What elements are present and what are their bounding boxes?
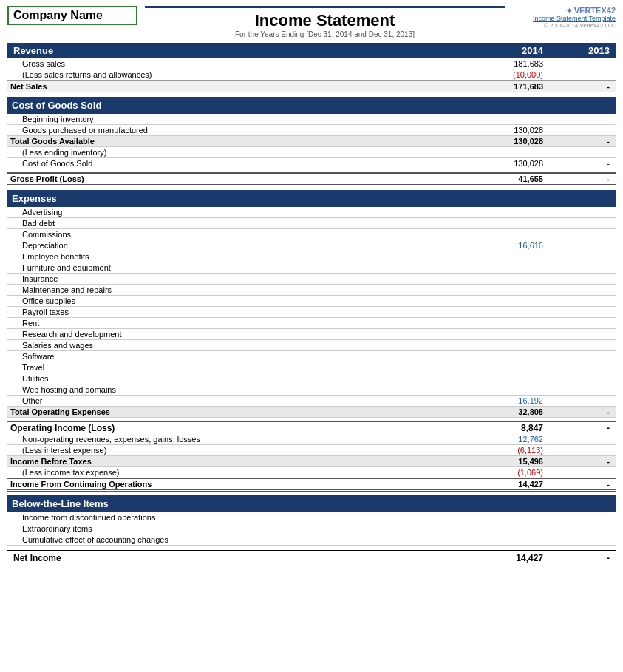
total-op-exp-2014: 32,808 bbox=[483, 406, 549, 417]
research-label: Research and development bbox=[7, 328, 483, 339]
table-row: Cost of Goods Sold 130,028 - bbox=[7, 157, 616, 169]
company-name-input[interactable] bbox=[13, 9, 132, 22]
total-op-exp-label: Total Operating Expenses bbox=[7, 406, 483, 417]
table-row: Gross sales 181,683 bbox=[7, 58, 616, 69]
travel-2013 bbox=[549, 362, 616, 373]
furniture-2014 bbox=[483, 262, 549, 273]
employee-benefits-2013 bbox=[549, 251, 616, 262]
below-line-section-label: Below-the-Line Items bbox=[7, 495, 616, 512]
salaries-2014 bbox=[483, 339, 549, 350]
rent-label: Rent bbox=[7, 317, 483, 328]
less-ending-inv-2013 bbox=[549, 146, 616, 157]
table-row: Payroll taxes bbox=[7, 306, 616, 317]
beg-inventory-2014 bbox=[483, 114, 549, 125]
goods-purchased-2014: 130,028 bbox=[483, 124, 549, 135]
discontinued-ops-2014 bbox=[483, 512, 549, 523]
page: Income Statement For the Years Ending [D… bbox=[0, 0, 623, 571]
gross-profit-2014: 41,655 bbox=[483, 173, 549, 186]
table-row: Cumulative effect of accounting changes bbox=[7, 534, 616, 545]
company-name-box[interactable] bbox=[7, 6, 137, 25]
net-sales-2014: 171,683 bbox=[483, 81, 549, 92]
discontinued-ops-2013 bbox=[549, 512, 616, 523]
statement-table: Revenue 2014 2013 Gross sales 181,683 (L… bbox=[7, 43, 616, 566]
op-income-2014: 8,847 bbox=[483, 421, 549, 434]
less-sales-returns-2014: (10,000) bbox=[483, 69, 549, 81]
depreciation-label: Depreciation bbox=[7, 240, 483, 251]
revenue-section-label: Revenue bbox=[7, 43, 483, 58]
goods-purchased-label: Goods purchased or manufactured bbox=[7, 124, 483, 135]
expenses-section-label: Expenses bbox=[7, 190, 616, 207]
table-row: Advertising bbox=[7, 207, 616, 218]
extraordinary-items-2014 bbox=[483, 523, 549, 534]
table-row: Insurance bbox=[7, 273, 616, 284]
net-income-label: Net Income bbox=[7, 549, 483, 566]
table-row: Non-operating revenues, expenses, gains,… bbox=[7, 434, 616, 445]
insurance-2013 bbox=[549, 273, 616, 284]
op-income-2013: - bbox=[549, 421, 616, 434]
advertising-2013 bbox=[549, 207, 616, 218]
table-row: (Less ending inventory) bbox=[7, 146, 616, 157]
research-2014 bbox=[483, 328, 549, 339]
vertex-star-icon: ✦ bbox=[566, 7, 572, 15]
less-income-tax-label: (Less income tax expense) bbox=[7, 467, 483, 479]
software-2014 bbox=[483, 350, 549, 362]
insurance-label: Insurance bbox=[7, 273, 483, 284]
logo-area: ✦ VERTEX42 Income Statement Template © 2… bbox=[512, 6, 616, 29]
travel-label: Travel bbox=[7, 362, 483, 373]
travel-2014 bbox=[483, 362, 549, 373]
depreciation-2014: 16,616 bbox=[483, 240, 549, 251]
income-before-taxes-label: Income Before Taxes bbox=[7, 456, 483, 467]
table-row: Commissions bbox=[7, 228, 616, 240]
total-operating-expenses-row: Total Operating Expenses 32,808 - bbox=[7, 406, 616, 417]
office-supplies-label: Office supplies bbox=[7, 295, 483, 306]
table-row: Office supplies bbox=[7, 295, 616, 306]
total-goods-2014: 130,028 bbox=[483, 135, 549, 146]
table-row: Other 16,192 bbox=[7, 395, 616, 406]
payroll-taxes-2014 bbox=[483, 306, 549, 317]
maintenance-2013 bbox=[549, 284, 616, 295]
table-row: Employee benefits bbox=[7, 251, 616, 262]
table-row: Web hosting and domains bbox=[7, 384, 616, 395]
vertex-logo-text: VERTEX42 bbox=[574, 6, 616, 15]
non-op-revenues-label: Non-operating revenues, expenses, gains,… bbox=[7, 434, 483, 445]
other-2013 bbox=[549, 395, 616, 406]
operating-income-row: Operating Income (Loss) 8,847 - bbox=[7, 421, 616, 434]
web-hosting-2013 bbox=[549, 384, 616, 395]
less-sales-returns-label: (Less sales returns and allowances) bbox=[7, 69, 483, 81]
net-sales-label: Net Sales bbox=[7, 81, 483, 92]
extraordinary-items-2013 bbox=[549, 523, 616, 534]
bad-debt-2013 bbox=[549, 217, 616, 228]
beg-inventory-label: Beginning inventory bbox=[7, 114, 483, 125]
software-label: Software bbox=[7, 350, 483, 362]
net-income-2013: - bbox=[549, 549, 616, 566]
cogs-section-label: Cost of Goods Sold bbox=[7, 97, 616, 114]
cumulative-effect-2013 bbox=[549, 534, 616, 545]
bad-debt-2014 bbox=[483, 217, 549, 228]
table-row: Software bbox=[7, 350, 616, 362]
advertising-label: Advertising bbox=[7, 207, 483, 218]
title-center: Income Statement For the Years Ending [D… bbox=[137, 6, 512, 38]
logo-link[interactable]: Income Statement Template bbox=[533, 15, 616, 22]
income-before-taxes-row: Income Before Taxes 15,496 - bbox=[7, 456, 616, 467]
commissions-2014 bbox=[483, 228, 549, 240]
salaries-2013 bbox=[549, 339, 616, 350]
cogs-2013: - bbox=[549, 157, 616, 169]
gross-sales-label: Gross sales bbox=[7, 58, 483, 69]
salaries-label: Salaries and wages bbox=[7, 339, 483, 350]
utilities-2014 bbox=[483, 373, 549, 384]
gross-profit-row: Gross Profit (Loss) 41,655 - bbox=[7, 173, 616, 186]
header: Income Statement For the Years Ending [D… bbox=[7, 6, 616, 38]
logo-title: ✦ VERTEX42 bbox=[512, 6, 616, 15]
less-ending-inv-2014 bbox=[483, 146, 549, 157]
less-income-tax-2014: (1,069) bbox=[483, 467, 549, 479]
cogs-label: Cost of Goods Sold bbox=[7, 157, 483, 169]
beg-inventory-2013 bbox=[549, 114, 616, 125]
cumulative-effect-2014 bbox=[483, 534, 549, 545]
non-op-revenues-2014: 12,762 bbox=[483, 434, 549, 445]
col-header-2013: 2013 bbox=[549, 43, 616, 58]
maintenance-label: Maintenance and repairs bbox=[7, 284, 483, 295]
table-row: Maintenance and repairs bbox=[7, 284, 616, 295]
gross-sales-2014: 181,683 bbox=[483, 58, 549, 69]
research-2013 bbox=[549, 328, 616, 339]
web-hosting-2014 bbox=[483, 384, 549, 395]
